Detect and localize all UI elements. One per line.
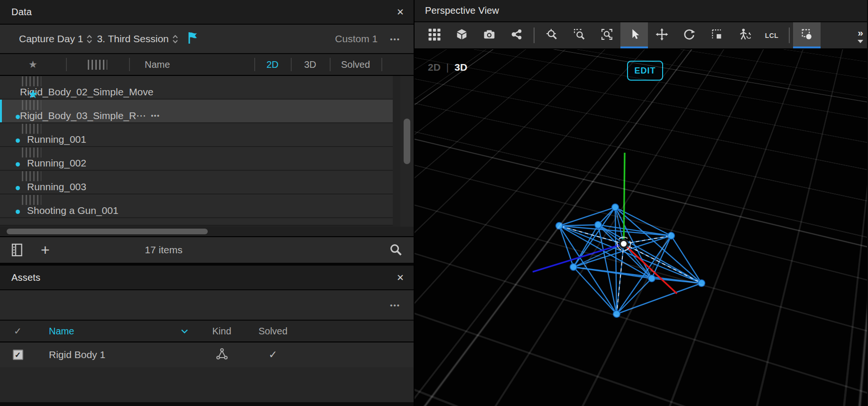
data-panel-menu-icon[interactable]: ••• — [390, 35, 400, 43]
kind-column-header[interactable]: Kind — [199, 326, 245, 337]
chevron-down-icon[interactable] — [181, 326, 188, 337]
bars-column-header[interactable] — [66, 60, 129, 70]
recorded-dot-icon — [16, 205, 27, 216]
name-column-header[interactable]: Name — [129, 59, 254, 70]
data-panel-header: Data ✕ — [0, 0, 414, 25]
vertical-scrollbar[interactable] — [404, 119, 410, 164]
marker[interactable] — [556, 222, 563, 229]
horizontal-scrollbar-track[interactable] — [0, 227, 414, 236]
assets-toolbar: ••• — [0, 290, 414, 321]
marker[interactable] — [668, 232, 674, 239]
capture-day-selector[interactable]: Capture Day 1 — [19, 33, 97, 45]
search-icon[interactable] — [389, 243, 403, 257]
session-selector[interactable]: 3. Third Session — [97, 33, 182, 45]
tool-camera-button[interactable] — [475, 22, 503, 48]
flag-icon[interactable] — [187, 31, 199, 47]
asset-kind — [199, 347, 245, 363]
tool-marker-set-button[interactable] — [503, 22, 530, 48]
tool-lcl-button[interactable]: LCL — [758, 22, 785, 48]
session-selector-row: Capture Day 1 3. Third Session — [0, 25, 414, 54]
tool-select-markers-button[interactable] — [793, 22, 821, 48]
assets-solved-column-header[interactable]: Solved — [245, 326, 301, 337]
star-column-header[interactable]: ★ — [0, 59, 66, 70]
drag-handle-icon[interactable] — [0, 148, 63, 157]
assets-menu-icon[interactable]: ••• — [390, 301, 400, 309]
3d-column-header[interactable]: 3D — [291, 59, 330, 70]
drag-handle-icon[interactable] — [0, 100, 63, 110]
asset-name-label: Rigid Body 1 — [49, 349, 105, 360]
takes-table-header: ★ Name 2D 3D Solved — [0, 54, 414, 76]
profile-label[interactable]: Custom 1 — [335, 33, 378, 45]
grid-view-icon — [428, 28, 441, 43]
marker-set-icon — [510, 28, 523, 43]
take-row[interactable]: ★Shooting a Gun_001✓✓✓ — [0, 194, 393, 218]
2d-column-header[interactable]: 2D — [254, 59, 291, 70]
take-name: Shooting a Gun_001 — [0, 205, 125, 216]
toolbar-divider — [789, 28, 790, 43]
bars-icon — [22, 195, 41, 205]
tool-select-cursor-button[interactable] — [620, 22, 648, 48]
marker[interactable] — [595, 221, 601, 228]
spinner-up-down-icon[interactable] — [87, 35, 92, 43]
tool-translate-button[interactable] — [648, 22, 675, 48]
take-row[interactable]: ★Shooting a Gun_002✓✓✓ — [0, 218, 393, 226]
star-toggle-icon[interactable]: ★ — [0, 136, 66, 148]
data-panel: Data ✕ Capture Day 1 3. Third Session — [0, 0, 414, 266]
marker[interactable] — [698, 280, 705, 286]
tool-skeleton-button[interactable] — [730, 22, 758, 48]
takes-list: ★Rigid_Body_02_Simple_Move✓✓★Rigid_Body_… — [0, 76, 414, 227]
perspective-viewport[interactable]: 2D | 3D EDIT — [415, 49, 867, 406]
tool-zoom-fit-button[interactable] — [538, 22, 565, 48]
checkbox[interactable]: ✓ — [13, 350, 23, 360]
skeleton-icon — [738, 28, 751, 43]
tool-scene-cube-button[interactable] — [448, 22, 475, 48]
asset-row[interactable]: ✓Rigid Body 1✓ — [0, 342, 414, 367]
rigid-body-scene[interactable] — [415, 49, 867, 406]
right-column: Perspective View LCL » 2D | 3D EDIT — [415, 0, 867, 406]
drag-handle-icon[interactable] — [0, 76, 63, 86]
tool-set-pivot-button[interactable] — [703, 22, 730, 48]
lcl-label: LCL — [765, 32, 779, 39]
solved-column-header[interactable]: Solved — [330, 59, 381, 70]
drag-handle-icon[interactable] — [0, 195, 63, 205]
take-name-label: Shooting a Gun_001 — [27, 205, 119, 216]
marker[interactable] — [648, 275, 655, 282]
take-menu-icon[interactable]: ••• — [151, 112, 160, 120]
tool-rotate-button[interactable] — [675, 22, 703, 48]
assets-name-column-header[interactable]: Name — [36, 326, 199, 337]
star-toggle-icon[interactable]: ★ — [0, 88, 66, 100]
check-icon: ✓ — [268, 349, 277, 360]
spinner-up-down-icon[interactable] — [173, 35, 178, 43]
tool-zoom-region-button[interactable] — [565, 22, 593, 48]
drag-handle-icon[interactable] — [0, 171, 63, 181]
assets-panel-title: Assets — [11, 272, 40, 283]
marker[interactable] — [570, 264, 577, 270]
toolbar-overflow-button[interactable]: » — [858, 22, 863, 48]
marker[interactable] — [612, 204, 619, 211]
star-toggle-icon[interactable]: ★ — [0, 112, 66, 124]
star-toggle-icon[interactable]: ★ — [0, 159, 66, 171]
column-divider — [66, 58, 67, 71]
tool-zoom-selection-button[interactable] — [593, 22, 620, 48]
asset-name: Rigid Body 1 — [36, 349, 199, 360]
check-column-header[interactable]: ✓ — [0, 325, 36, 337]
chevron-double-right-icon: » — [858, 28, 863, 37]
select-cursor-icon — [628, 28, 641, 43]
close-icon[interactable]: ✕ — [397, 8, 404, 17]
assets-panel-header: Assets ✕ — [0, 266, 414, 290]
toolbar-divider — [534, 28, 535, 43]
close-icon[interactable]: ✕ — [397, 273, 404, 282]
panel-bottom-edge — [0, 402, 414, 406]
tool-grid-view-button[interactable] — [420, 22, 448, 48]
star-toggle-icon[interactable]: ★ — [0, 183, 66, 195]
assets-panel: Assets ✕ ••• ✓ Name Kind Solved — [0, 266, 414, 406]
takes-rows: ★Rigid_Body_02_Simple_Move✓✓★Rigid_Body_… — [0, 76, 414, 226]
star-icon: ★ — [28, 88, 38, 100]
drag-handle-icon[interactable] — [66, 225, 129, 226]
star-toggle-icon[interactable]: ★ — [0, 224, 66, 226]
take-c2d-status: ✓ — [254, 224, 291, 226]
pivot-marker[interactable] — [620, 240, 628, 248]
drag-handle-icon[interactable] — [0, 124, 63, 134]
horizontal-scrollbar[interactable] — [7, 229, 208, 234]
marker[interactable] — [613, 311, 620, 317]
